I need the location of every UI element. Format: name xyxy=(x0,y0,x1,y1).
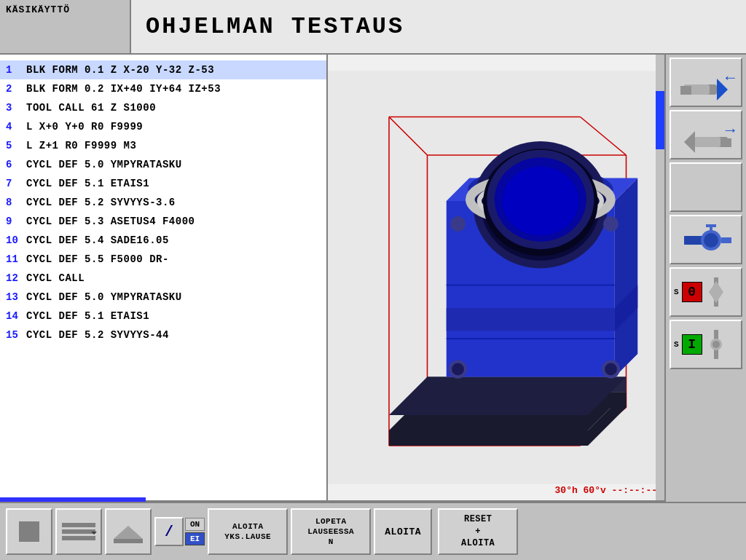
block-button[interactable] xyxy=(105,508,152,555)
code-line: 6CYCL DEF 5.0 YMPYRATASKU xyxy=(0,155,326,174)
svg-point-53 xyxy=(704,233,718,248)
svg-marker-58 xyxy=(709,281,723,303)
code-line: 15CYCL DEF 5.2 SYVYYS-44 xyxy=(0,326,326,344)
header-left-label: KÄSIKÄYTTÖ xyxy=(0,0,131,53)
page-title: OHJELMAN TESTAUS xyxy=(131,0,746,53)
svg-rect-65 xyxy=(62,536,95,540)
svg-marker-38 xyxy=(447,308,615,331)
view-status: 30°h 60°v --:--:-- xyxy=(555,485,657,496)
svg-rect-56 xyxy=(721,237,731,243)
code-line: 2BLK FORM 0.2 IX+40 IY+64 IZ+53 xyxy=(0,79,326,98)
svg-point-31 xyxy=(502,167,578,236)
svg-rect-55 xyxy=(706,224,716,227)
aloita-yks-button[interactable]: ALOITA YKS.LAUSE xyxy=(208,508,288,555)
code-line: 9CYCL DEF 5.3 ASETUS4 F4000 xyxy=(0,212,326,231)
aloita-button[interactable]: ALOITA xyxy=(374,508,432,555)
svg-point-36 xyxy=(450,216,466,232)
toggle-on[interactable]: ON xyxy=(185,518,205,531)
code-line: 7CYCL DEF 5.1 ETAIS1 xyxy=(0,174,326,193)
svg-marker-17 xyxy=(389,377,627,416)
toggle-group-container: / ON EI xyxy=(154,517,205,546)
slash-button[interactable]: / xyxy=(154,517,184,546)
code-line: 1BLK FORM 0.1 Z X-20 Y-32 Z-53 xyxy=(0,60,326,79)
lines-button[interactable] xyxy=(55,508,102,555)
code-line: 11CYCL DEF 5.5 F5000 DR- xyxy=(0,250,326,269)
svg-rect-68 xyxy=(114,539,143,543)
code-line: 5L Z+1 R0 F9999 M3 xyxy=(0,136,326,155)
lopeta-lauseessa-button[interactable]: LOPETA LAUSEESSA N xyxy=(291,508,371,555)
code-line: 10CYCL DEF 5.4 SADE16.05 xyxy=(0,231,326,250)
code-line: 8CYCL DEF 5.2 SYVYYS-3.6 xyxy=(0,193,326,212)
reset-aloita-button[interactable]: RESET + ALOITA xyxy=(438,508,518,555)
code-line: 12CYCL CALL xyxy=(0,269,326,288)
s1-value: 0 xyxy=(682,282,702,302)
svg-rect-47 xyxy=(695,137,721,147)
svg-marker-67 xyxy=(114,526,143,539)
svg-marker-19 xyxy=(615,178,638,377)
right-btn-next[interactable]: → xyxy=(670,110,742,159)
code-panel: 1BLK FORM 0.1 Z X-20 Y-32 Z-532BLK FORM … xyxy=(0,55,328,502)
code-line: 4L X+0 Y+0 R0 F9999 xyxy=(0,117,326,136)
right-s-indicator-1: S 0 xyxy=(670,267,742,317)
code-line: 14CYCL DEF 5.1 ETAIS1 xyxy=(0,307,326,326)
code-line: 3TOOL CALL 61 Z S1000 xyxy=(0,98,326,117)
code-line: 13CYCL DEF 5.0 YMPYRATASKU xyxy=(0,288,326,307)
svg-rect-63 xyxy=(62,523,95,527)
kasikaytto-label: KÄSIKÄYTTÖ xyxy=(6,4,70,15)
right-panel: ← → xyxy=(666,55,746,502)
svg-rect-62 xyxy=(19,521,39,542)
svg-point-33 xyxy=(452,363,464,376)
s2-value: I xyxy=(682,334,702,355)
svg-marker-45 xyxy=(680,86,691,95)
right-btn-valve[interactable] xyxy=(670,215,742,264)
stop-button[interactable] xyxy=(6,508,52,555)
right-btn-blank1 xyxy=(670,162,742,212)
right-btn-prev[interactable]: ← xyxy=(670,58,742,107)
view-panel: 30°h 60°v --:--:-- xyxy=(328,55,666,502)
toggle-ei[interactable]: EI xyxy=(185,532,205,545)
toggle-group: ON EI xyxy=(185,518,205,545)
svg-point-35 xyxy=(605,363,617,376)
svg-rect-64 xyxy=(62,529,95,534)
svg-point-37 xyxy=(603,216,619,232)
right-s-indicator-2: S I xyxy=(670,320,742,369)
svg-marker-48 xyxy=(684,131,695,153)
svg-point-61 xyxy=(712,341,720,348)
toolbar: / ON EI ALOITA YKS.LAUSE LOPETA LAUSEESS… xyxy=(0,502,746,560)
